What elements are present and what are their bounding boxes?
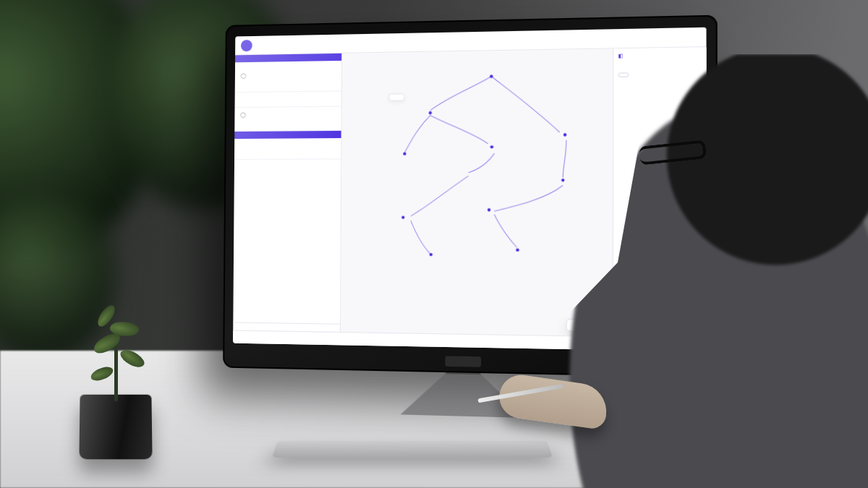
svg-point-3	[490, 145, 493, 148]
sidebar-results	[234, 138, 341, 160]
svg-point-9	[430, 253, 433, 256]
svg-point-2	[403, 153, 406, 155]
sidebar-group-0[interactable]	[235, 67, 341, 93]
svg-point-5	[561, 179, 565, 181]
sidebar-group-1[interactable]	[235, 91, 341, 108]
brand-logo-icon[interactable]	[241, 40, 252, 51]
svg-point-8	[516, 249, 519, 252]
keyboard	[272, 441, 553, 458]
top-nav	[276, 44, 299, 45]
sidebar-results-line-3	[234, 153, 341, 156]
svg-point-4	[563, 133, 567, 137]
sidebar-group-2[interactable]	[234, 107, 341, 132]
note-chip[interactable]	[388, 93, 404, 100]
sidebar-group-0-line-2	[235, 85, 341, 89]
sidebar	[233, 53, 342, 332]
flow-canvas[interactable]	[341, 48, 613, 336]
svg-point-6	[488, 208, 490, 211]
connect-button[interactable]	[652, 36, 661, 39]
desk-plant	[58, 314, 166, 459]
details-button[interactable]	[618, 72, 629, 77]
breadcrumb	[305, 43, 314, 46]
sidebar-group-1-line-1	[235, 100, 341, 104]
flow-edges	[341, 48, 613, 283]
svg-point-1	[429, 111, 432, 114]
profiles-button[interactable]	[671, 36, 680, 39]
sidebar-group-2-line-2	[234, 124, 341, 128]
svg-point-7	[401, 216, 404, 219]
